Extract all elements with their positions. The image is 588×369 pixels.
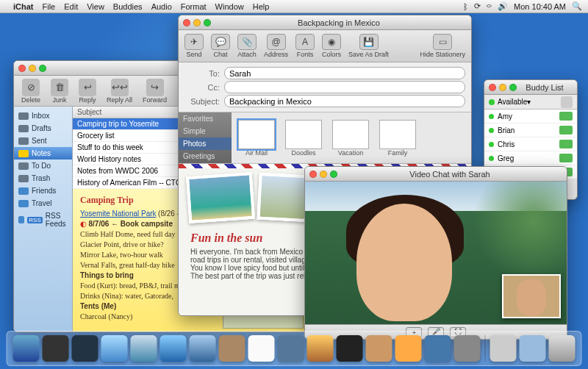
buddy-row[interactable]: Chris	[484, 137, 577, 151]
dock-itunes-icon[interactable]	[190, 335, 216, 362]
stat-cat-photos[interactable]: Photos	[179, 137, 232, 150]
clock[interactable]: Mon 10:40 AM	[514, 2, 566, 11]
sidebar-rss[interactable]: RSSRSS Feeds	[14, 209, 72, 230]
dock-trash-icon[interactable]	[549, 335, 576, 362]
close-button[interactable]	[18, 65, 26, 72]
dock-garageband-icon[interactable]	[366, 335, 392, 362]
dock-dashboard-icon[interactable]	[43, 335, 69, 362]
dock-spaces-icon[interactable]	[72, 335, 98, 362]
zoom-button[interactable]	[39, 65, 46, 72]
chat-button[interactable]: 💬Chat	[211, 34, 230, 58]
hide-stationery-button[interactable]: ▭Hide Stationery	[420, 34, 465, 58]
sidebar-notes[interactable]: Notes	[14, 147, 72, 160]
video-icon[interactable]	[559, 112, 573, 121]
avatar[interactable]	[561, 96, 573, 108]
save-draft-button[interactable]: 💾Save As Draft	[348, 34, 389, 58]
menu-edit[interactable]: Edit	[64, 2, 78, 11]
menu-file[interactable]: File	[43, 2, 56, 11]
close-button[interactable]	[309, 171, 317, 178]
send-button[interactable]: ✈Send	[184, 34, 204, 58]
minimize-button[interactable]	[320, 171, 327, 178]
video-icon[interactable]	[559, 154, 573, 162]
dock-ical-icon[interactable]	[248, 335, 275, 362]
menu-view[interactable]: View	[87, 2, 104, 11]
dock-safari-icon[interactable]	[131, 335, 157, 362]
window-title: Video Chat with Sarah	[337, 170, 562, 179]
stationery-categories: Favorites Simple Photos Greetings Invita…	[179, 112, 232, 163]
dock-mail-icon[interactable]	[101, 335, 128, 362]
sidebar-friends[interactable]: Friends	[14, 184, 72, 197]
menu-audio[interactable]: Audio	[151, 2, 172, 11]
attached-photo[interactable]	[186, 172, 255, 223]
sidebar-todo[interactable]: To Do	[14, 160, 72, 172]
timemachine-icon[interactable]: ⟳	[474, 1, 481, 11]
self-preview[interactable]	[502, 274, 561, 318]
stat-cat-simple[interactable]: Simple	[179, 125, 232, 137]
video-icon[interactable]	[559, 140, 573, 148]
to-field[interactable]	[224, 67, 465, 79]
video-icon[interactable]	[559, 126, 573, 135]
menu-buddies[interactable]: Buddies	[113, 2, 143, 11]
video-chat-window: Video Chat with Sarah ＋ 🎤 ⛶	[304, 166, 567, 340]
sidebar-sent[interactable]: Sent	[14, 135, 72, 147]
dock-iphoto-icon[interactable]	[307, 335, 334, 362]
stationery-thumb-family[interactable]: Family	[377, 120, 418, 157]
delete-button[interactable]: ⊘Delete	[21, 79, 40, 104]
compose-titlebar[interactable]: Backpacking in Mexico	[179, 15, 471, 30]
menu-bar: iChat File Edit View Buddies Audio Forma…	[0, 0, 588, 13]
zoom-button[interactable]	[330, 171, 337, 178]
dock-downloads-icon[interactable]	[520, 335, 546, 362]
sidebar-trash[interactable]: Trash	[14, 172, 72, 184]
menu-window[interactable]: Window	[215, 2, 244, 11]
zoom-button[interactable]	[509, 84, 517, 91]
stat-cat-greetings[interactable]: Greetings	[179, 150, 232, 162]
close-button[interactable]	[183, 19, 190, 26]
stat-cat-favorites[interactable]: Favorites	[179, 112, 232, 125]
menu-help[interactable]: Help	[253, 2, 270, 11]
compose-toolbar: ✈Send 💬Chat 📎Attach @Address AFonts ◉Col…	[179, 30, 471, 62]
dock-sysprefs-icon[interactable]	[454, 335, 481, 362]
reply-all-button[interactable]: ↩↩Reply All	[107, 79, 132, 104]
address-button[interactable]: @Address	[264, 34, 288, 58]
minimize-button[interactable]	[193, 19, 201, 26]
dock-site-icon[interactable]	[490, 335, 517, 362]
dock-finder-icon[interactable]	[13, 335, 40, 362]
forward-button[interactable]: ↪Forward	[143, 79, 167, 104]
spotlight-icon[interactable]: 🔍	[572, 1, 582, 11]
bluetooth-icon[interactable]: ᛒ	[463, 2, 468, 11]
buddy-row[interactable]: Amy	[484, 110, 577, 123]
my-status[interactable]: Available ▾	[484, 95, 577, 110]
app-menu[interactable]: iChat	[13, 2, 34, 11]
close-button[interactable]	[489, 84, 496, 91]
dock-imovie-icon[interactable]	[337, 335, 363, 362]
stationery-thumb-airmail[interactable]: Air Mail	[236, 120, 277, 157]
airport-icon[interactable]: ⌔	[487, 2, 492, 11]
stationery-thumb-doodles[interactable]: Doodles	[283, 120, 324, 157]
minimize-button[interactable]	[29, 65, 36, 72]
subject-field[interactable]	[224, 95, 465, 107]
dock-pages-icon[interactable]	[395, 335, 422, 362]
menu-format[interactable]: Format	[181, 2, 207, 11]
minimize-button[interactable]	[499, 84, 506, 91]
dock-addressbook-icon[interactable]	[219, 335, 245, 362]
zoom-button[interactable]	[204, 19, 211, 26]
volume-icon[interactable]: 🔊	[498, 1, 508, 11]
window-controls	[18, 65, 46, 72]
fonts-button[interactable]: AFonts	[295, 34, 315, 58]
colors-button[interactable]: ◉Colors	[322, 34, 341, 58]
note-link[interactable]: Yosemite National Park	[80, 209, 157, 218]
sidebar-inbox[interactable]: Inbox	[14, 110, 72, 122]
dock-ichat-icon[interactable]	[160, 335, 187, 362]
attach-button[interactable]: 📎Attach	[237, 34, 257, 58]
cc-field[interactable]	[224, 81, 465, 93]
junk-button[interactable]: 🗑Junk	[51, 79, 68, 104]
dock-keynote-icon[interactable]	[425, 335, 451, 362]
buddy-row[interactable]: Brian	[484, 123, 577, 137]
buddy-row[interactable]: Greg	[484, 151, 577, 165]
dock-preview-icon[interactable]	[278, 335, 304, 362]
stationery-thumb-vacation[interactable]: Vacation	[330, 120, 371, 157]
window-title: Backpacking in Mexico	[211, 18, 467, 27]
sidebar-drafts[interactable]: Drafts	[14, 122, 72, 135]
sidebar-travel[interactable]: Travel	[14, 197, 72, 209]
reply-button[interactable]: ↩Reply	[79, 79, 96, 104]
